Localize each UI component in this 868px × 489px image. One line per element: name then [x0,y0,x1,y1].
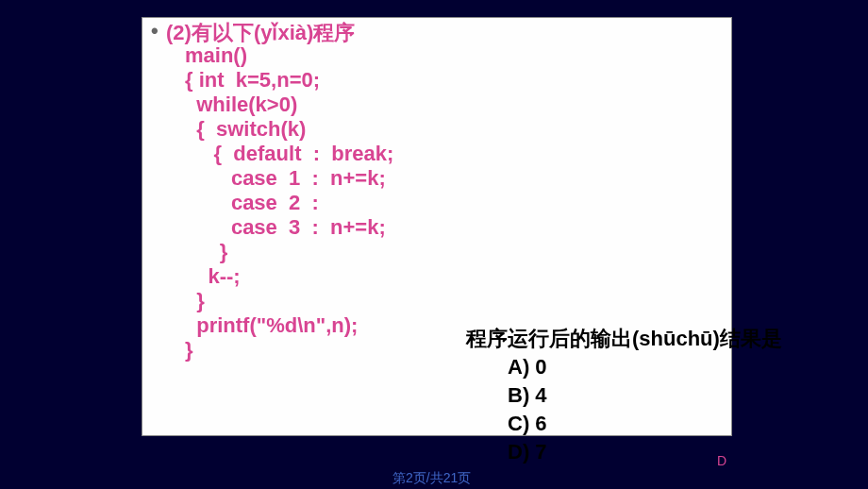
option-a: A) 0 [508,353,547,381]
option-d: D) 7 [508,438,547,466]
option-c: C) 6 [508,410,547,438]
answer-options: A) 0 B) 4 C) 6 D) 7 [508,353,547,466]
answer-label: D [717,453,726,468]
question-text: 程序运行后的输出(shūchū)结果是 [466,325,782,353]
option-b: B) 4 [508,381,547,410]
bullet: • [151,19,159,43]
page-number: 第2页/共21页 [392,470,471,487]
code-block: main() { int k=5,n=0; while(k>0) { switc… [185,43,393,363]
